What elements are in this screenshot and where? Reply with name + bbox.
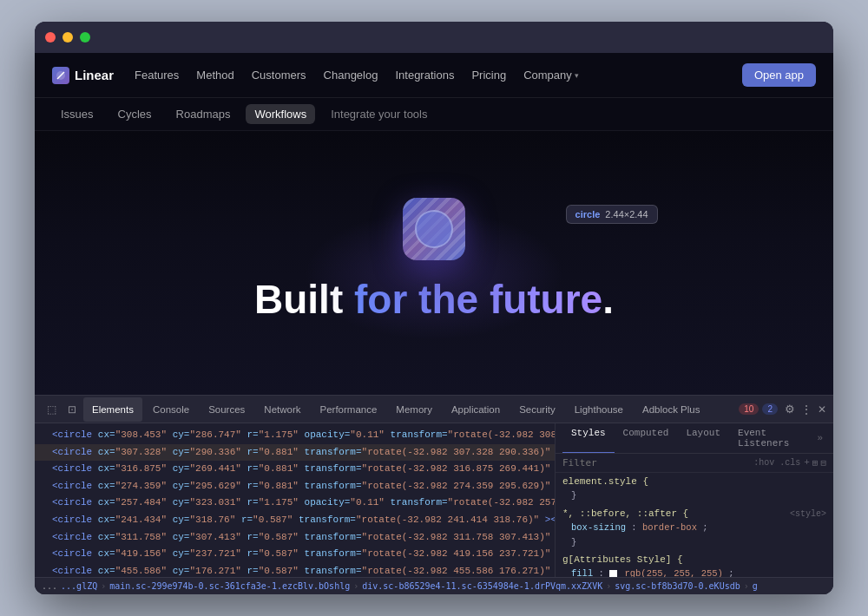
devtools-more-icon[interactable]: ⋮ (800, 403, 812, 416)
hero-section: circle 2.44×2.44 Built for the future. (35, 131, 833, 395)
styles-content: element.style { } *, ::before, ::after {… (556, 473, 833, 577)
subnav-issues[interactable]: Issues (52, 104, 102, 124)
filter-pseudo-label: :hov .cls (753, 458, 800, 468)
style-rule-before-after: *, ::before, ::after { <style> box-sizin… (562, 508, 826, 550)
linear-logo-icon (52, 67, 69, 84)
code-line: <circle cx="257.484" cy="323.031" r="1.1… (35, 495, 555, 512)
breadcrumb-item[interactable]: main.sc-299e974b-0.sc-361cfa3e-1.ezcBlv.… (109, 581, 350, 591)
breadcrumb-item[interactable]: ...glZQ (61, 581, 97, 591)
subnav-workflows[interactable]: Workflows (246, 104, 315, 124)
style-prop: box-sizing : border-box ; (562, 521, 826, 535)
filter-plus-icon[interactable]: + (804, 457, 810, 469)
code-line-highlighted: <circle cx="307.328" cy="290.336" r="0.8… (35, 444, 555, 462)
code-line: <circle cx="241.434" cy="318.76" r="0.58… (35, 512, 555, 529)
devtools-device-icon[interactable]: ⊡ (62, 400, 82, 419)
styles-panel: Styles Computed Layout Event Listeners »… (556, 423, 833, 577)
nav-changelog[interactable]: Changelog (324, 69, 378, 82)
code-line: <circle cx="419.156" cy="237.721" r="0.5… (35, 546, 555, 563)
nav-method[interactable]: Method (196, 69, 233, 82)
style-prop: fill : rgb(255, 255, 255) ; (562, 567, 826, 577)
devtools-tab-security[interactable]: Security (510, 397, 564, 422)
styles-filter-input[interactable] (562, 457, 750, 469)
nav-links: Features Method Customers Changelog Inte… (135, 69, 721, 82)
hero-title-part1: Built (254, 277, 354, 322)
close-button[interactable] (45, 32, 56, 43)
devtools-tabs-bar: ⬚ ⊡ Elements Console Sources Network Per… (35, 396, 833, 423)
devtools-tab-memory[interactable]: Memory (387, 397, 441, 422)
hero-title-part3: . (602, 277, 614, 322)
devtools-body: <circle cx="308.453" cy="286.747" r="1.1… (35, 423, 833, 577)
nav-integrations[interactable]: Integrations (395, 69, 454, 82)
element-tooltip: circle 2.44×2.44 (566, 205, 658, 224)
devtools-badges: 10 2 ⚙ ⋮ ✕ (739, 403, 826, 416)
styles-tabs: Styles Computed Layout Event Listeners » (556, 423, 833, 454)
elements-panel[interactable]: <circle cx="308.453" cy="286.747" r="1.1… (35, 423, 556, 577)
devtools-tab-network[interactable]: Network (255, 397, 309, 422)
nav-brand[interactable]: Linear (52, 67, 114, 84)
error-badge: 10 (739, 403, 759, 415)
website-nav: Linear Features Method Customers Changel… (35, 53, 833, 98)
hero-title-highlight: for the future (354, 277, 602, 322)
tooltip-dimensions: 2.44×2.44 (605, 209, 648, 220)
code-line: <circle cx="274.359" cy="295.629" r="0.8… (35, 478, 555, 495)
filter-eye-icon[interactable]: ⊟ (820, 457, 826, 469)
code-line: <circle cx="316.875" cy="269.441" r="0.8… (35, 461, 555, 478)
browser-chrome (35, 22, 833, 53)
nav-customers[interactable]: Customers (252, 69, 306, 82)
devtools-tab-elements[interactable]: Elements (83, 397, 142, 422)
style-tab-events[interactable]: Event Listeners (729, 423, 817, 453)
breadcrumb-item[interactable]: div.sc-b86529e4-11.sc-6354984e-1.drPVqm.… (362, 581, 602, 591)
devtools-tab-lighthouse[interactable]: Lighthouse (566, 397, 632, 422)
subnav-cycles[interactable]: Cycles (109, 104, 161, 124)
style-selector: *, ::before, ::after { (562, 508, 688, 519)
tooltip-element-name: circle (575, 209, 601, 220)
breadcrumb-item[interactable]: g (753, 581, 758, 591)
style-tab-styles[interactable]: Styles (562, 423, 615, 453)
hero-title: Built for the future. (254, 278, 614, 322)
style-selector: element.style { (562, 476, 826, 487)
brand-label: Linear (75, 68, 114, 82)
open-app-button[interactable]: Open app (742, 63, 816, 87)
devtools-tab-sources[interactable]: Sources (200, 397, 253, 422)
style-rule-g-attrs: g[Attributes Style] { fill : rgb(255, 25… (562, 554, 826, 577)
style-selector: g[Attributes Style] { (562, 554, 826, 565)
style-closing-brace: } (562, 488, 826, 503)
subnav-roadmaps[interactable]: Roadmaps (168, 104, 240, 124)
devtools-settings-icon[interactable]: ⚙ (785, 403, 795, 416)
devtools-tab-performance[interactable]: Performance (312, 397, 386, 422)
code-line: <circle cx="455.586" cy="176.271" r="0.5… (35, 563, 555, 577)
devtools-tab-application[interactable]: Application (443, 397, 509, 422)
styles-expand-icon[interactable]: » (817, 423, 826, 453)
devtools-tab-adblock[interactable]: Adblock Plus (634, 397, 708, 422)
devtools-tab-console[interactable]: Console (144, 397, 198, 422)
nav-features[interactable]: Features (135, 69, 179, 82)
code-line: <circle cx="311.758" cy="307.413" r="0.5… (35, 529, 555, 547)
style-origin: <style> (790, 509, 826, 519)
chevron-down-icon: ▾ (575, 71, 579, 80)
app-icon-circle (415, 210, 453, 248)
devtools-breadcrumb: ... ...glZQ › main.sc-299e974b-0.sc-361c… (35, 577, 833, 594)
filter-icons: + ⊞ ⊟ (804, 457, 826, 469)
maximize-button[interactable] (80, 32, 90, 43)
devtools-close-icon[interactable]: ✕ (818, 403, 826, 416)
browser-window: Linear Features Method Customers Changel… (35, 22, 833, 594)
devtools-panel: ⬚ ⊡ Elements Console Sources Network Per… (35, 395, 833, 594)
style-tab-layout[interactable]: Layout (677, 423, 729, 453)
devtools-inspect-icon[interactable]: ⬚ (42, 400, 61, 419)
style-tab-computed[interactable]: Computed (615, 423, 678, 453)
minimize-button[interactable] (62, 32, 73, 43)
style-rule-element: element.style { } (562, 476, 826, 503)
styles-filter-bar: :hov .cls + ⊞ ⊟ (556, 454, 833, 473)
breadcrumb-item[interactable]: svg.sc-bf8b3d70-0.eKUsdb (615, 581, 740, 591)
breadcrumb-dots: ... (42, 581, 57, 591)
code-line: <circle cx="308.453" cy="286.747" r="1.1… (35, 427, 555, 444)
style-closing-brace: } (562, 535, 826, 550)
filter-palette-icon[interactable]: ⊞ (812, 457, 819, 469)
warning-badge: 2 (762, 403, 778, 415)
sub-nav: Issues Cycles Roadmaps Workflows Integra… (35, 98, 833, 131)
nav-company[interactable]: Company ▾ (523, 69, 579, 82)
app-icon (403, 198, 465, 260)
color-swatch (609, 570, 617, 577)
nav-pricing[interactable]: Pricing (471, 69, 506, 82)
subnav-tag: Integrate your tools (322, 104, 436, 124)
